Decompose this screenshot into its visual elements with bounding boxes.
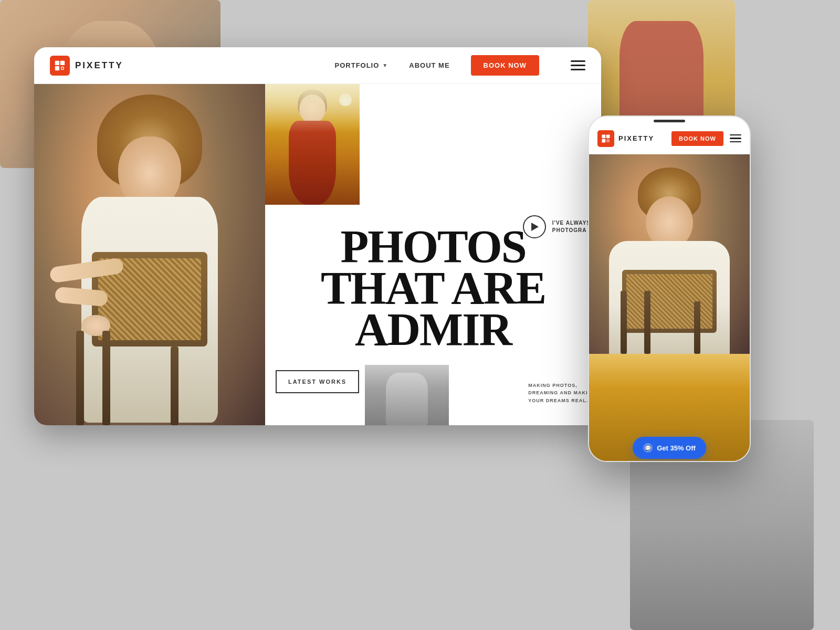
mobile-chair-leg-right: [694, 301, 700, 354]
desktop-content-area: I'VE ALWAYS PHOTOGRA PHOTOS THAT ARE ADM…: [34, 84, 601, 425]
hero-tagline-text: MAKING PHOTOS, DREAMING AND MAKING YOUR …: [528, 382, 596, 404]
desktop-main-photo-panel: [34, 84, 265, 425]
hero-headline-line1: PHOTOS: [265, 226, 601, 267]
hamburger-line-3: [571, 69, 585, 70]
hamburger-line-2: [571, 65, 585, 66]
portfolio-nav-link[interactable]: PORTFOLIO ▼: [335, 61, 388, 69]
mobile-hamburger-menu[interactable]: [730, 134, 741, 143]
hero-headline-line3: ADMIR: [265, 309, 601, 350]
svg-rect-0: [55, 60, 59, 65]
svg-rect-6: [602, 139, 606, 142]
desktop-navbar: PIXETTY PORTFOLIO ▼ ABOUT ME BOOK NOW: [34, 47, 601, 84]
mobile-chair-back: [622, 270, 717, 333]
mobile-main-photo: [589, 154, 750, 354]
mobile-hamburger-line-3: [730, 141, 741, 143]
portfolio-dropdown-arrow: ▼: [382, 62, 388, 68]
mobile-nav-right: BOOK NOW: [671, 131, 741, 146]
desktop-main-photo: [34, 84, 265, 425]
mobile-mockup: PIXETTY BOOK NOW 💬 Get 35% Off: [588, 116, 751, 462]
pixetty-logo-icon: [54, 60, 66, 71]
svg-rect-2: [55, 66, 59, 70]
discount-button-label: Get 35% Off: [657, 444, 696, 452]
desktop-right-panel: I'VE ALWAYS PHOTOGRA PHOTOS THAT ARE ADM…: [265, 84, 601, 425]
mobile-book-now-button[interactable]: BOOK NOW: [671, 131, 723, 146]
hero-headline-line2: THAT ARE: [265, 267, 601, 309]
chair-leg-left: [76, 331, 84, 425]
gray-figure-body: [386, 373, 428, 425]
hero-headline-section: PHOTOS THAT ARE ADMIR: [265, 226, 601, 351]
mobile-chair-leg-left: [621, 291, 627, 354]
desktop-mockup: PIXETTY PORTFOLIO ▼ ABOUT ME BOOK NOW: [34, 47, 601, 425]
mobile-navbar: PIXETTY BOOK NOW: [589, 123, 750, 154]
curtain-overlay: [265, 84, 360, 205]
hamburger-line-1: [571, 60, 585, 62]
mobile-logo-mark: [597, 130, 614, 147]
svg-rect-3: [61, 67, 64, 69]
desktop-logo-mark: [50, 56, 70, 76]
mobile-yellow-section: 💬 Get 35% Off: [589, 354, 750, 462]
svg-rect-7: [607, 140, 609, 142]
desktop-hamburger-menu[interactable]: [571, 60, 585, 70]
chair-leg-right: [171, 346, 178, 425]
small-top-photo: [265, 84, 360, 205]
mobile-chair-leg-mid: [644, 291, 650, 354]
svg-rect-5: [606, 134, 610, 138]
desktop-logo-text: PIXETTY: [75, 60, 123, 71]
about-me-nav-link[interactable]: ABOUT ME: [409, 61, 449, 69]
get-discount-button[interactable]: 💬 Get 35% Off: [633, 437, 706, 459]
svg-rect-4: [602, 134, 606, 138]
small-bottom-photo: [365, 365, 449, 425]
mobile-hamburger-line-2: [730, 138, 741, 139]
chair-leg-mid: [102, 331, 110, 425]
mobile-hamburger-line-1: [730, 134, 741, 136]
chat-bubble-icon: 💬: [643, 443, 653, 453]
latest-works-button[interactable]: LATEST WORKS: [276, 370, 359, 393]
mobile-status-bar: [589, 117, 750, 123]
mobile-logo-text: PIXETTY: [618, 134, 654, 142]
desktop-nav-links: PORTFOLIO ▼ ABOUT ME BOOK NOW: [335, 55, 585, 76]
desktop-book-now-button[interactable]: BOOK NOW: [471, 55, 539, 76]
mobile-notch: [654, 120, 685, 122]
mobile-logo-icon: [601, 134, 611, 143]
svg-rect-1: [60, 60, 65, 65]
